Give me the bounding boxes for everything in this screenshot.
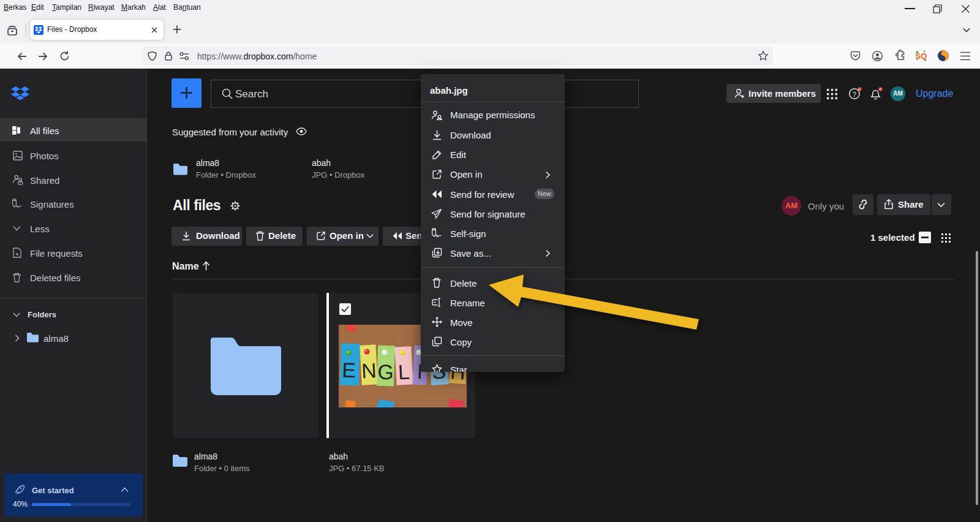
svg-text:N: N xyxy=(361,358,377,382)
svg-text:G: G xyxy=(377,360,394,384)
svg-text:SQ: SQ xyxy=(916,51,927,61)
svg-text:L: L xyxy=(398,360,410,384)
svg-text:E: E xyxy=(342,358,356,382)
svg-text:?: ? xyxy=(853,91,856,98)
